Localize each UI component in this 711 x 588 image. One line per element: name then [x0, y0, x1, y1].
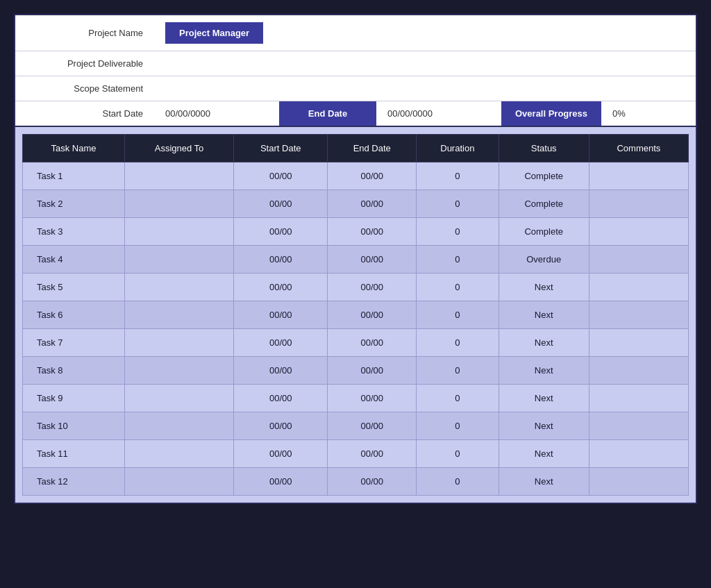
cell-end[interactable]: 00/00: [328, 329, 417, 357]
cell-duration[interactable]: 0: [417, 190, 499, 218]
cell-assigned[interactable]: [125, 468, 234, 496]
cell-status[interactable]: Overdue: [499, 246, 589, 274]
project-deliverable-value[interactable]: [154, 51, 696, 76]
cell-task[interactable]: Task 6: [23, 301, 125, 329]
cell-duration[interactable]: 0: [417, 162, 499, 190]
cell-end[interactable]: 00/00: [328, 162, 417, 190]
cell-end[interactable]: 00/00: [328, 385, 417, 412]
cell-task[interactable]: Task 1: [23, 162, 125, 190]
cell-comments[interactable]: [589, 246, 688, 274]
table-row[interactable]: Task 700/0000/000Next: [23, 329, 689, 357]
cell-duration[interactable]: 0: [417, 218, 499, 246]
table-row[interactable]: Task 800/0000/000Next: [23, 357, 689, 385]
cell-status[interactable]: Next: [499, 385, 589, 412]
table-row[interactable]: Task 300/0000/000Complete: [23, 218, 689, 246]
cell-duration[interactable]: 0: [417, 412, 499, 440]
scope-statement-value[interactable]: [154, 76, 696, 101]
cell-comments[interactable]: [589, 162, 688, 190]
cell-end[interactable]: 00/00: [328, 468, 417, 496]
cell-comments[interactable]: [589, 218, 688, 246]
cell-assigned[interactable]: [125, 246, 234, 274]
cell-comments[interactable]: [589, 357, 688, 385]
cell-comments[interactable]: [589, 274, 688, 301]
cell-status[interactable]: Next: [499, 329, 589, 357]
cell-comments[interactable]: [589, 301, 688, 329]
table-row[interactable]: Task 1000/0000/000Next: [23, 412, 689, 440]
cell-start[interactable]: 00/00: [234, 412, 328, 440]
cell-task[interactable]: Task 10: [23, 412, 125, 440]
cell-start[interactable]: 00/00: [234, 468, 328, 496]
cell-status[interactable]: Next: [499, 274, 589, 301]
cell-task[interactable]: Task 2: [23, 190, 125, 218]
table-row[interactable]: Task 600/0000/000Next: [23, 301, 689, 329]
cell-status[interactable]: Next: [499, 301, 589, 329]
cell-end[interactable]: 00/00: [328, 301, 417, 329]
cell-status[interactable]: Complete: [499, 162, 589, 190]
table-row[interactable]: Task 1100/0000/000Next: [23, 440, 689, 468]
cell-start[interactable]: 00/00: [234, 218, 328, 246]
cell-assigned[interactable]: [125, 162, 234, 190]
cell-start[interactable]: 00/00: [234, 385, 328, 412]
cell-start[interactable]: 00/00: [234, 301, 328, 329]
table-row[interactable]: Task 500/0000/000Next: [23, 274, 689, 301]
table-row[interactable]: Task 100/0000/000Complete: [23, 162, 689, 190]
cell-task[interactable]: Task 4: [23, 246, 125, 274]
cell-start[interactable]: 00/00: [234, 329, 328, 357]
cell-start[interactable]: 00/00: [234, 190, 328, 218]
cell-duration[interactable]: 0: [417, 274, 499, 301]
cell-status[interactable]: Next: [499, 440, 589, 468]
table-row[interactable]: Task 1200/0000/000Next: [23, 468, 689, 496]
cell-start[interactable]: 00/00: [234, 357, 328, 385]
cell-task[interactable]: Task 8: [23, 357, 125, 385]
table-row[interactable]: Task 200/0000/000Complete: [23, 190, 689, 218]
cell-comments[interactable]: [589, 440, 688, 468]
cell-start[interactable]: 00/00: [234, 162, 328, 190]
cell-duration[interactable]: 0: [417, 440, 499, 468]
cell-end[interactable]: 00/00: [328, 218, 417, 246]
cell-start[interactable]: 00/00: [234, 440, 328, 468]
project-manager-button[interactable]: Project Manager: [165, 22, 263, 44]
cell-duration[interactable]: 0: [417, 357, 499, 385]
end-date-button[interactable]: End Date: [279, 101, 376, 126]
cell-comments[interactable]: [589, 329, 688, 357]
cell-comments[interactable]: [589, 468, 688, 496]
cell-end[interactable]: 00/00: [328, 357, 417, 385]
cell-status[interactable]: Complete: [499, 190, 589, 218]
end-date-value[interactable]: 00/00/0000: [376, 101, 501, 126]
overall-progress-button[interactable]: Overall Progress: [501, 101, 601, 126]
cell-assigned[interactable]: [125, 412, 234, 440]
cell-task[interactable]: Task 12: [23, 468, 125, 496]
cell-end[interactable]: 00/00: [328, 246, 417, 274]
cell-assigned[interactable]: [125, 218, 234, 246]
cell-task[interactable]: Task 5: [23, 274, 125, 301]
cell-status[interactable]: Next: [499, 468, 589, 496]
table-row[interactable]: Task 900/0000/000Next: [23, 385, 689, 412]
cell-task[interactable]: Task 3: [23, 218, 125, 246]
cell-assigned[interactable]: [125, 301, 234, 329]
cell-end[interactable]: 00/00: [328, 440, 417, 468]
cell-end[interactable]: 00/00: [328, 274, 417, 301]
cell-assigned[interactable]: [125, 274, 234, 301]
cell-status[interactable]: Next: [499, 412, 589, 440]
cell-duration[interactable]: 0: [417, 246, 499, 274]
cell-assigned[interactable]: [125, 329, 234, 357]
cell-duration[interactable]: 0: [417, 385, 499, 412]
table-row[interactable]: Task 400/0000/000Overdue: [23, 246, 689, 274]
cell-start[interactable]: 00/00: [234, 274, 328, 301]
cell-start[interactable]: 00/00: [234, 246, 328, 274]
cell-task[interactable]: Task 11: [23, 440, 125, 468]
cell-status[interactable]: Complete: [499, 218, 589, 246]
cell-end[interactable]: 00/00: [328, 190, 417, 218]
cell-comments[interactable]: [589, 190, 688, 218]
cell-assigned[interactable]: [125, 385, 234, 412]
cell-assigned[interactable]: [125, 357, 234, 385]
start-date-value[interactable]: 00/00/0000: [154, 101, 279, 126]
cell-duration[interactable]: 0: [417, 329, 499, 357]
cell-duration[interactable]: 0: [417, 301, 499, 329]
cell-comments[interactable]: [589, 385, 688, 412]
cell-task[interactable]: Task 7: [23, 329, 125, 357]
cell-comments[interactable]: [589, 412, 688, 440]
cell-assigned[interactable]: [125, 440, 234, 468]
cell-end[interactable]: 00/00: [328, 412, 417, 440]
cell-status[interactable]: Next: [499, 357, 589, 385]
